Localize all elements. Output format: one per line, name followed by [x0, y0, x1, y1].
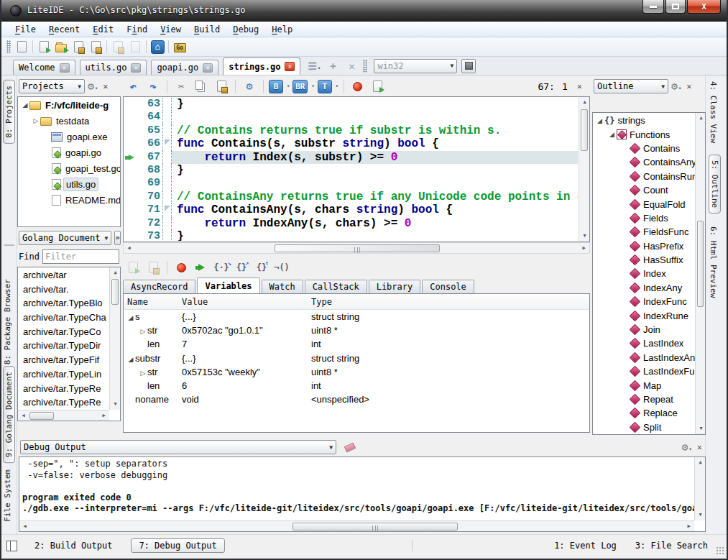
list-item[interactable]: archive/tar	[19, 268, 109, 283]
scroll-left-icon[interactable]: ◀	[18, 410, 29, 421]
table-row[interactable]: len7int	[124, 337, 589, 351]
outline-item-replace[interactable]: Replace	[594, 406, 695, 420]
expander-icon[interactable]: ◢	[126, 356, 135, 363]
scroll-up-icon[interactable]: ▲	[696, 113, 706, 124]
scroll-thumb[interactable]	[581, 109, 588, 151]
tab-strings-go[interactable]: strings.go✕	[223, 58, 300, 75]
scroll-right-icon[interactable]: ▶	[98, 410, 109, 421]
sidebar-item-4-class-view[interactable]: 4: Class View	[709, 81, 718, 143]
code-line-70[interactable]: 70// ContainsAny returns true if any Uni…	[124, 191, 578, 203]
cut-button[interactable]: ✂	[172, 78, 190, 95]
outline-item-join[interactable]: Join	[594, 323, 695, 336]
list-item[interactable]: archive/tar.TypeLin	[19, 367, 109, 382]
open-file-button[interactable]	[35, 39, 52, 55]
list-item[interactable]: archive/tar.TypeDir	[19, 339, 109, 353]
table-row[interactable]: ▷str0x5702ac "go1.0.1"uint8 *	[124, 323, 589, 337]
resize-grip[interactable]	[716, 546, 724, 555]
editor-horizontal-scrollbar[interactable]: ◀ ▶	[123, 242, 590, 254]
menu-recent[interactable]: Recent	[42, 23, 86, 36]
scroll-up-icon[interactable]: ▲	[579, 97, 590, 108]
sidebar-item-0-projects[interactable]: 0: Projects	[3, 80, 15, 144]
outline-close-button[interactable]: ✕	[684, 81, 694, 91]
outline-gear-button[interactable]: ⚙▾	[671, 80, 681, 93]
debug-tab-console[interactable]: Console	[422, 280, 474, 293]
outline-item-containsany[interactable]: ContainsAny	[594, 155, 695, 169]
list-item[interactable]: archive/tar.TypeBlo	[19, 296, 109, 311]
tab-close-icon[interactable]: ✕	[131, 63, 141, 73]
output-vertical-scrollbar[interactable]: ▲ ▼	[694, 457, 705, 520]
scroll-thumb[interactable]	[292, 523, 458, 531]
open-folder-button[interactable]	[52, 39, 70, 55]
stop-debug-button[interactable]	[172, 260, 190, 276]
outline-item-fields[interactable]: Fields	[594, 211, 695, 225]
clear-log-button[interactable]	[144, 260, 162, 276]
tree-item-readme-md[interactable]: README.md	[18, 192, 120, 208]
debug-file-button[interactable]	[369, 78, 387, 95]
toolbar-grip[interactable]	[363, 60, 367, 73]
code-line-68[interactable]: 68}	[124, 164, 578, 177]
tab-close-icon[interactable]: ✕	[203, 63, 213, 73]
expander-icon[interactable]: ◢	[608, 131, 616, 138]
column-value[interactable]: Value	[178, 297, 308, 307]
scroll-thumb[interactable]	[29, 412, 54, 420]
sidebar-item-8-package-browser[interactable]: 8: Package Browser	[3, 279, 12, 364]
continue-button[interactable]	[193, 260, 210, 276]
column-type[interactable]: Type	[308, 297, 332, 307]
projects-gear-button[interactable]: ⚙▾	[88, 80, 98, 93]
code-line-63[interactable]: 63}	[124, 98, 578, 111]
menu-help[interactable]: Help	[265, 23, 299, 36]
outline-item-split[interactable]: Split	[594, 421, 695, 433]
menu-edit[interactable]: Edit	[86, 23, 120, 36]
menu-file[interactable]: File	[9, 23, 42, 36]
docs-selector[interactable]: Golang Document ▼	[19, 231, 111, 245]
chevron-down-icon[interactable]: ▾	[287, 83, 290, 89]
outline-item-count[interactable]: Count	[594, 183, 695, 197]
outline-item-hasprefix[interactable]: HasPrefix	[594, 239, 695, 253]
gopath-button[interactable]: Go	[171, 39, 188, 55]
outline-item-lastindexany[interactable]: LastIndexAny	[594, 351, 695, 364]
outline-item-indexfunc[interactable]: IndexFunc	[594, 295, 695, 308]
scroll-down-icon[interactable]: ▼	[696, 423, 706, 434]
tab-goapi-go[interactable]: goapi.go✕	[151, 60, 218, 75]
status-file-search[interactable]: 3: File Search	[635, 541, 708, 551]
save-all-button[interactable]	[87, 39, 104, 55]
scroll-right-icon[interactable]: ▶	[683, 521, 694, 532]
scroll-down-icon[interactable]: ▼	[110, 399, 121, 410]
status-build-output[interactable]: 2: Build Output	[26, 541, 121, 551]
sidebar-item-5-outline[interactable]: 5: Outline	[709, 155, 721, 214]
redo-button[interactable]: ↷	[144, 78, 162, 95]
debug-tab-variables[interactable]: Variables	[197, 277, 259, 293]
fold-marker[interactable]	[162, 137, 172, 150]
list-item[interactable]: archive/tar.	[19, 283, 109, 297]
debug-tab-asyncrecord[interactable]: AsyncRecord	[123, 280, 195, 293]
splitter-handle[interactable]	[4, 244, 14, 246]
target-selector[interactable]: win32 ▼	[374, 59, 457, 73]
build-run-button[interactable]: BR	[292, 80, 308, 93]
maximize-button[interactable]	[665, 0, 686, 14]
outline-vertical-scrollbar[interactable]: ▲ ▼	[695, 113, 705, 434]
outline-item-hassuffix[interactable]: HasSuffix	[594, 253, 695, 267]
scroll-down-icon[interactable]: ▼	[695, 510, 706, 520]
outline-item-repeat[interactable]: Repeat	[594, 393, 695, 406]
debug-tab-watch[interactable]: Watch	[262, 280, 303, 293]
step-out-button[interactable]: {}↑	[253, 260, 270, 276]
outline-item-strings[interactable]: ◢{}strings	[594, 114, 695, 127]
outline-item-fieldsfunc[interactable]: FieldsFunc	[594, 225, 695, 239]
toggle-breakpoint-button[interactable]	[349, 78, 367, 95]
paste-button[interactable]	[213, 78, 230, 95]
chevron-down-icon[interactable]: ▾	[336, 83, 338, 89]
table-row[interactable]: ◢s{...}struct string	[124, 310, 589, 323]
code-editor[interactable]: 63}6465// Contains returns true if subst…	[123, 96, 590, 242]
outline-item-equalfold[interactable]: EqualFold	[594, 197, 695, 211]
list-item[interactable]: archive/tar.TypeCo	[19, 325, 109, 339]
scroll-up-icon[interactable]: ▲	[695, 457, 706, 468]
docs-vertical-scrollbar[interactable]: ▲ ▼	[109, 267, 120, 410]
menu-debug[interactable]: Debug	[226, 23, 265, 36]
toolbar-grip[interactable]	[6, 40, 11, 53]
step-into-button[interactable]: {·}↘	[213, 260, 230, 276]
tab-utils-go[interactable]: utils.go✕	[80, 60, 147, 75]
editor-vertical-scrollbar[interactable]: ▲ ▼	[579, 97, 589, 242]
step-over-button[interactable]: {}↗	[233, 260, 250, 276]
record-log-button[interactable]	[124, 260, 142, 276]
table-row[interactable]: ▷str0x57153c "weekly"uint8 *	[124, 365, 589, 379]
